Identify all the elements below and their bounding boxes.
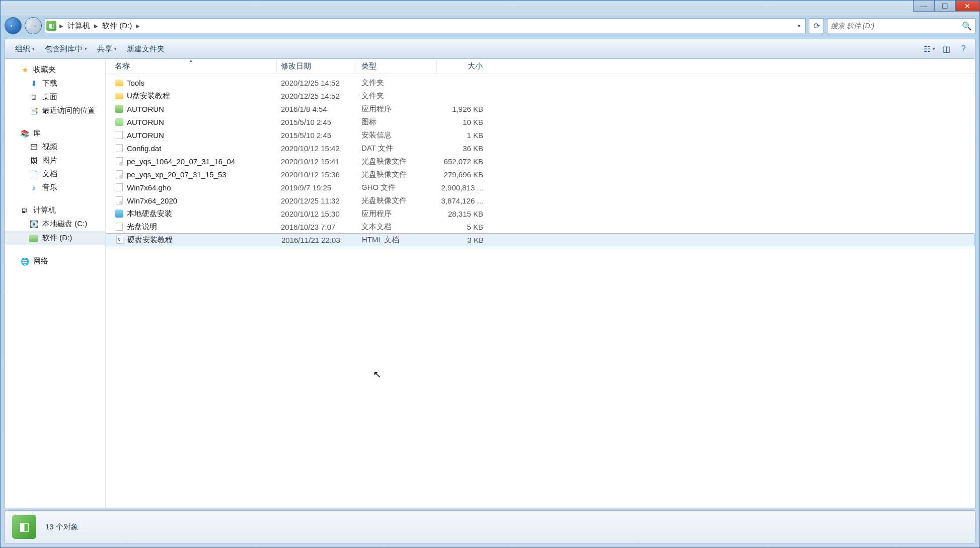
search-input[interactable] bbox=[831, 22, 962, 30]
file-name: AUTORUN bbox=[127, 131, 164, 140]
file-type: 文件夹 bbox=[357, 91, 437, 101]
sidebar-item-drive-c[interactable]: 本地磁盘 (C:) bbox=[5, 217, 105, 231]
video-icon bbox=[29, 143, 38, 152]
drive-big-icon: ◧ bbox=[12, 515, 36, 539]
sidebar-item-recent[interactable]: 最近访问的位置 bbox=[5, 104, 105, 117]
file-row[interactable]: AUTORUN2015/5/10 2:45图标10 KB bbox=[106, 115, 975, 128]
file-row[interactable]: AUTORUN2015/5/10 2:45安装信息1 KB bbox=[106, 128, 975, 142]
file-row[interactable]: Win7x64.gho2019/9/7 19:25GHO 文件2,900,813… bbox=[106, 181, 975, 194]
file-type: 文本文档 bbox=[357, 222, 437, 232]
file-type: 图标 bbox=[357, 117, 437, 127]
search-box[interactable]: 🔍 bbox=[827, 18, 975, 33]
refresh-button[interactable]: ⟳ bbox=[809, 18, 824, 33]
file-row[interactable]: Tools2020/12/25 14:52文件夹 bbox=[106, 76, 975, 89]
file-row[interactable]: Win7x64_20202020/12/25 11:32光盘映像文件3,874,… bbox=[106, 194, 975, 207]
column-type[interactable]: 类型 bbox=[357, 59, 437, 74]
minimize-button[interactable]: — bbox=[913, 1, 934, 12]
file-date: 2020/10/12 15:36 bbox=[277, 170, 357, 179]
file-name: 光盘说明 bbox=[127, 222, 157, 232]
column-headers: 名称 修改日期 类型 大小 bbox=[106, 59, 975, 74]
file-row[interactable]: AUTORUN2016/1/8 4:54应用程序1,926 KB bbox=[106, 102, 975, 115]
file-size: 652,072 KB bbox=[437, 157, 487, 166]
body: 收藏夹 下载 桌面 最近访问的位置 库 视频 图片 文档 音乐 计算机 本地磁盘… bbox=[5, 59, 975, 508]
file-icon bbox=[115, 209, 124, 218]
breadcrumb-computer[interactable]: 计算机 bbox=[66, 21, 91, 31]
toolbar: 组织▾ 包含到库中▾ 共享▾ 新建文件夹 ☷ ▾ ◫ ? bbox=[5, 39, 975, 59]
sidebar-item-drive-d[interactable]: 软件 (D:) bbox=[5, 231, 105, 245]
breadcrumb-sep-icon[interactable]: ▶ bbox=[56, 23, 66, 29]
address-dropdown-icon[interactable]: ▾ bbox=[793, 23, 804, 29]
sidebar-computer-title[interactable]: 计算机 bbox=[5, 203, 105, 217]
file-row[interactable]: 本地硬盘安装2020/10/12 15:30应用程序28,315 KB bbox=[106, 207, 975, 220]
file-icon bbox=[115, 104, 124, 113]
breadcrumb-sep-icon[interactable]: ▶ bbox=[91, 23, 101, 29]
sidebar-item-downloads[interactable]: 下载 bbox=[5, 77, 105, 90]
file-name: Win7x64.gho bbox=[127, 183, 171, 192]
breadcrumb-sep-icon[interactable]: ▶ bbox=[133, 23, 143, 29]
file-row[interactable]: 硬盘安装教程2016/11/21 22:03HTML 文档3 KB bbox=[106, 233, 975, 246]
file-type: GHO 文件 bbox=[357, 183, 437, 192]
file-icon bbox=[115, 183, 124, 192]
sidebar-favorites-group: 收藏夹 下载 桌面 最近访问的位置 bbox=[5, 63, 105, 117]
back-button[interactable]: ← bbox=[5, 17, 22, 34]
file-icon bbox=[115, 130, 124, 140]
file-type: 文件夹 bbox=[357, 78, 437, 88]
include-in-library-button[interactable]: 包含到库中▾ bbox=[40, 44, 92, 54]
file-row[interactable]: U盘安装教程2020/12/25 14:52文件夹 bbox=[106, 89, 975, 102]
sidebar-item-pictures[interactable]: 图片 bbox=[5, 154, 105, 167]
organize-button[interactable]: 组织▾ bbox=[10, 44, 40, 54]
computer-icon bbox=[20, 206, 29, 215]
status-bar: ◧ 13 个对象 bbox=[5, 510, 975, 543]
maximize-button[interactable]: ☐ bbox=[934, 1, 955, 12]
preview-pane-button[interactable]: ◫ bbox=[940, 42, 953, 55]
file-name: Config.dat bbox=[127, 144, 161, 153]
file-row[interactable]: Config.dat2020/10/12 15:42DAT 文件36 KB bbox=[106, 142, 975, 155]
file-row[interactable]: pe_yqs_xp_20_07_31_15_532020/10/12 15:36… bbox=[106, 168, 975, 181]
download-icon bbox=[29, 79, 38, 88]
desktop-icon bbox=[29, 93, 38, 102]
file-rows: Tools2020/12/25 14:52文件夹U盘安装教程2020/12/25… bbox=[106, 74, 975, 508]
search-icon[interactable]: 🔍 bbox=[962, 21, 972, 31]
sidebar-network-title[interactable]: 网络 bbox=[5, 254, 105, 268]
help-button[interactable]: ? bbox=[957, 42, 970, 55]
sidebar-item-documents[interactable]: 文档 bbox=[5, 167, 105, 181]
share-button[interactable]: 共享▾ bbox=[92, 44, 122, 54]
sidebar-item-desktop[interactable]: 桌面 bbox=[5, 90, 105, 104]
file-date: 2016/10/23 7:07 bbox=[277, 223, 357, 231]
new-folder-button[interactable]: 新建文件夹 bbox=[122, 44, 170, 54]
file-name: Tools bbox=[127, 79, 144, 87]
file-name: AUTORUN bbox=[127, 118, 164, 126]
close-button[interactable]: ✕ bbox=[955, 1, 979, 12]
sidebar-item-music[interactable]: 音乐 bbox=[5, 181, 105, 194]
file-type: DAT 文件 bbox=[357, 144, 437, 153]
sidebar-computer-group: 计算机 本地磁盘 (C:) 软件 (D:) bbox=[5, 203, 105, 245]
file-date: 2016/1/8 4:54 bbox=[277, 105, 357, 113]
file-size: 28,315 KB bbox=[437, 210, 487, 218]
file-size: 1 KB bbox=[437, 131, 487, 140]
sidebar-item-videos[interactable]: 视频 bbox=[5, 140, 105, 154]
music-icon bbox=[29, 183, 38, 192]
file-type: 应用程序 bbox=[357, 209, 437, 219]
file-size: 5 KB bbox=[437, 223, 487, 231]
file-name: AUTORUN bbox=[127, 105, 164, 113]
column-date[interactable]: 修改日期 bbox=[277, 59, 357, 74]
address-bar[interactable]: ◧ ▶ 计算机 ▶ 软件 (D:) ▶ ▾ bbox=[45, 18, 806, 33]
sidebar-favorites-title[interactable]: 收藏夹 bbox=[5, 63, 105, 77]
file-icon bbox=[115, 235, 124, 244]
column-size[interactable]: 大小 bbox=[437, 59, 487, 74]
column-name[interactable]: 名称 bbox=[106, 59, 277, 74]
file-name: pe_yqs_1064_20_07_31_16_04 bbox=[127, 157, 235, 166]
file-date: 2020/12/25 14:52 bbox=[277, 92, 357, 100]
file-size: 1,926 KB bbox=[437, 105, 487, 113]
view-mode-button[interactable]: ☷ ▾ bbox=[923, 42, 936, 55]
file-row[interactable]: pe_yqs_1064_20_07_31_16_042020/10/12 15:… bbox=[106, 155, 975, 168]
file-icon bbox=[115, 78, 124, 87]
file-size: 2,900,813 ... bbox=[437, 183, 487, 192]
sidebar-libraries-title[interactable]: 库 bbox=[5, 126, 105, 140]
breadcrumb-drive[interactable]: 软件 (D:) bbox=[101, 21, 133, 31]
forward-button[interactable]: → bbox=[25, 17, 42, 34]
network-icon bbox=[20, 257, 29, 266]
sidebar: 收藏夹 下载 桌面 最近访问的位置 库 视频 图片 文档 音乐 计算机 本地磁盘… bbox=[5, 59, 106, 508]
titlebar: — ☐ ✕ bbox=[1, 1, 979, 16]
file-row[interactable]: 光盘说明2016/10/23 7:07文本文档5 KB bbox=[106, 220, 975, 233]
